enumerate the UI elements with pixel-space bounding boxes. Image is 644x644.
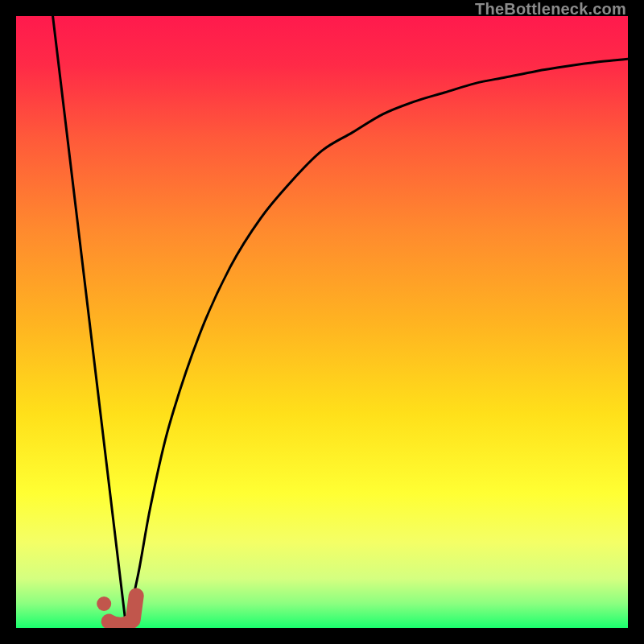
chart-frame: TheBottleneck.com: [0, 0, 644, 644]
svg-point-1: [97, 597, 111, 611]
plot-area: [16, 16, 628, 628]
optimal-marker: [16, 16, 628, 628]
